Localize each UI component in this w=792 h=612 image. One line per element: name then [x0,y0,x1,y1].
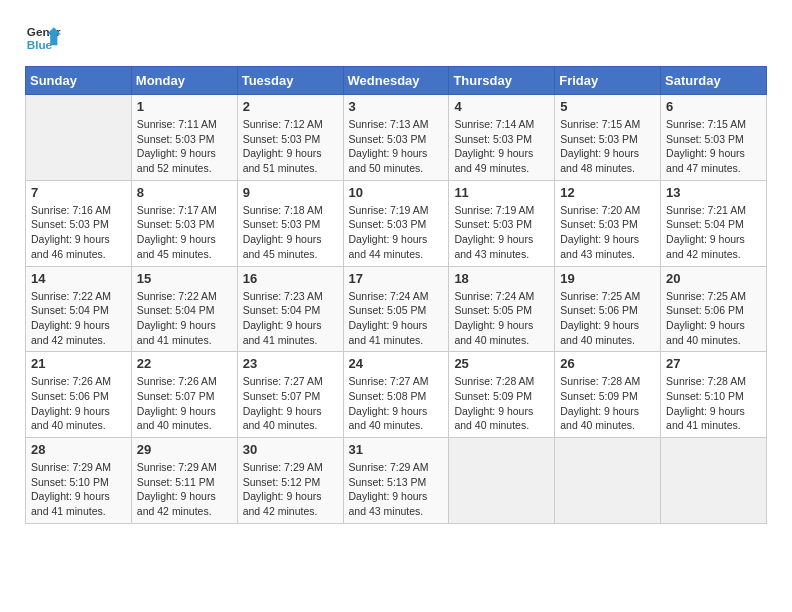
day-number: 19 [560,271,655,286]
header-sunday: Sunday [26,67,132,95]
day-number: 11 [454,185,549,200]
day-number: 30 [243,442,338,457]
calendar-cell: 3Sunrise: 7:13 AM Sunset: 5:03 PM Daylig… [343,95,449,181]
calendar-cell: 2Sunrise: 7:12 AM Sunset: 5:03 PM Daylig… [237,95,343,181]
logo: General Blue [25,20,67,56]
calendar-cell: 9Sunrise: 7:18 AM Sunset: 5:03 PM Daylig… [237,180,343,266]
day-number: 2 [243,99,338,114]
calendar-week-2: 7Sunrise: 7:16 AM Sunset: 5:03 PM Daylig… [26,180,767,266]
day-number: 15 [137,271,232,286]
day-info: Sunrise: 7:28 AM Sunset: 5:09 PM Dayligh… [560,374,655,433]
day-number: 1 [137,99,232,114]
logo-icon: General Blue [25,20,61,56]
day-number: 26 [560,356,655,371]
calendar-cell: 11Sunrise: 7:19 AM Sunset: 5:03 PM Dayli… [449,180,555,266]
calendar-week-4: 21Sunrise: 7:26 AM Sunset: 5:06 PM Dayli… [26,352,767,438]
calendar-cell: 22Sunrise: 7:26 AM Sunset: 5:07 PM Dayli… [131,352,237,438]
calendar-cell: 12Sunrise: 7:20 AM Sunset: 5:03 PM Dayli… [555,180,661,266]
day-number: 29 [137,442,232,457]
calendar-cell: 7Sunrise: 7:16 AM Sunset: 5:03 PM Daylig… [26,180,132,266]
day-number: 9 [243,185,338,200]
calendar-cell [555,438,661,524]
day-info: Sunrise: 7:15 AM Sunset: 5:03 PM Dayligh… [666,117,761,176]
day-info: Sunrise: 7:19 AM Sunset: 5:03 PM Dayligh… [349,203,444,262]
calendar-cell: 27Sunrise: 7:28 AM Sunset: 5:10 PM Dayli… [661,352,767,438]
header-thursday: Thursday [449,67,555,95]
day-info: Sunrise: 7:21 AM Sunset: 5:04 PM Dayligh… [666,203,761,262]
day-info: Sunrise: 7:15 AM Sunset: 5:03 PM Dayligh… [560,117,655,176]
day-info: Sunrise: 7:17 AM Sunset: 5:03 PM Dayligh… [137,203,232,262]
calendar-cell: 18Sunrise: 7:24 AM Sunset: 5:05 PM Dayli… [449,266,555,352]
page-header: General Blue [25,20,767,56]
day-number: 16 [243,271,338,286]
calendar-cell: 5Sunrise: 7:15 AM Sunset: 5:03 PM Daylig… [555,95,661,181]
day-number: 5 [560,99,655,114]
calendar-cell: 21Sunrise: 7:26 AM Sunset: 5:06 PM Dayli… [26,352,132,438]
calendar-header-row: SundayMondayTuesdayWednesdayThursdayFrid… [26,67,767,95]
day-info: Sunrise: 7:16 AM Sunset: 5:03 PM Dayligh… [31,203,126,262]
day-info: Sunrise: 7:27 AM Sunset: 5:07 PM Dayligh… [243,374,338,433]
day-info: Sunrise: 7:22 AM Sunset: 5:04 PM Dayligh… [31,289,126,348]
day-info: Sunrise: 7:23 AM Sunset: 5:04 PM Dayligh… [243,289,338,348]
day-info: Sunrise: 7:24 AM Sunset: 5:05 PM Dayligh… [349,289,444,348]
calendar-cell: 19Sunrise: 7:25 AM Sunset: 5:06 PM Dayli… [555,266,661,352]
day-number: 7 [31,185,126,200]
day-info: Sunrise: 7:19 AM Sunset: 5:03 PM Dayligh… [454,203,549,262]
day-number: 18 [454,271,549,286]
day-info: Sunrise: 7:24 AM Sunset: 5:05 PM Dayligh… [454,289,549,348]
day-info: Sunrise: 7:29 AM Sunset: 5:11 PM Dayligh… [137,460,232,519]
calendar-cell: 29Sunrise: 7:29 AM Sunset: 5:11 PM Dayli… [131,438,237,524]
calendar-cell: 24Sunrise: 7:27 AM Sunset: 5:08 PM Dayli… [343,352,449,438]
header-monday: Monday [131,67,237,95]
day-info: Sunrise: 7:29 AM Sunset: 5:10 PM Dayligh… [31,460,126,519]
day-number: 22 [137,356,232,371]
calendar-cell: 23Sunrise: 7:27 AM Sunset: 5:07 PM Dayli… [237,352,343,438]
day-info: Sunrise: 7:25 AM Sunset: 5:06 PM Dayligh… [560,289,655,348]
day-number: 6 [666,99,761,114]
day-info: Sunrise: 7:14 AM Sunset: 5:03 PM Dayligh… [454,117,549,176]
calendar-cell: 17Sunrise: 7:24 AM Sunset: 5:05 PM Dayli… [343,266,449,352]
calendar-cell: 6Sunrise: 7:15 AM Sunset: 5:03 PM Daylig… [661,95,767,181]
day-number: 20 [666,271,761,286]
calendar-cell [661,438,767,524]
calendar-cell [26,95,132,181]
day-info: Sunrise: 7:26 AM Sunset: 5:06 PM Dayligh… [31,374,126,433]
svg-text:Blue: Blue [27,38,53,51]
header-tuesday: Tuesday [237,67,343,95]
day-info: Sunrise: 7:28 AM Sunset: 5:09 PM Dayligh… [454,374,549,433]
calendar-week-3: 14Sunrise: 7:22 AM Sunset: 5:04 PM Dayli… [26,266,767,352]
calendar-cell: 28Sunrise: 7:29 AM Sunset: 5:10 PM Dayli… [26,438,132,524]
day-number: 8 [137,185,232,200]
calendar-cell: 10Sunrise: 7:19 AM Sunset: 5:03 PM Dayli… [343,180,449,266]
day-number: 28 [31,442,126,457]
day-number: 4 [454,99,549,114]
calendar-cell: 25Sunrise: 7:28 AM Sunset: 5:09 PM Dayli… [449,352,555,438]
day-info: Sunrise: 7:26 AM Sunset: 5:07 PM Dayligh… [137,374,232,433]
day-info: Sunrise: 7:27 AM Sunset: 5:08 PM Dayligh… [349,374,444,433]
calendar-week-5: 28Sunrise: 7:29 AM Sunset: 5:10 PM Dayli… [26,438,767,524]
day-number: 3 [349,99,444,114]
day-number: 12 [560,185,655,200]
calendar-cell: 13Sunrise: 7:21 AM Sunset: 5:04 PM Dayli… [661,180,767,266]
day-info: Sunrise: 7:11 AM Sunset: 5:03 PM Dayligh… [137,117,232,176]
calendar-cell: 15Sunrise: 7:22 AM Sunset: 5:04 PM Dayli… [131,266,237,352]
calendar-cell: 26Sunrise: 7:28 AM Sunset: 5:09 PM Dayli… [555,352,661,438]
header-wednesday: Wednesday [343,67,449,95]
calendar-table: SundayMondayTuesdayWednesdayThursdayFrid… [25,66,767,524]
day-info: Sunrise: 7:18 AM Sunset: 5:03 PM Dayligh… [243,203,338,262]
day-number: 17 [349,271,444,286]
day-info: Sunrise: 7:22 AM Sunset: 5:04 PM Dayligh… [137,289,232,348]
calendar-cell: 20Sunrise: 7:25 AM Sunset: 5:06 PM Dayli… [661,266,767,352]
day-info: Sunrise: 7:25 AM Sunset: 5:06 PM Dayligh… [666,289,761,348]
calendar-cell: 31Sunrise: 7:29 AM Sunset: 5:13 PM Dayli… [343,438,449,524]
day-info: Sunrise: 7:20 AM Sunset: 5:03 PM Dayligh… [560,203,655,262]
day-number: 25 [454,356,549,371]
day-number: 23 [243,356,338,371]
day-info: Sunrise: 7:13 AM Sunset: 5:03 PM Dayligh… [349,117,444,176]
day-info: Sunrise: 7:29 AM Sunset: 5:12 PM Dayligh… [243,460,338,519]
day-number: 24 [349,356,444,371]
header-saturday: Saturday [661,67,767,95]
day-number: 10 [349,185,444,200]
calendar-cell: 1Sunrise: 7:11 AM Sunset: 5:03 PM Daylig… [131,95,237,181]
calendar-cell: 16Sunrise: 7:23 AM Sunset: 5:04 PM Dayli… [237,266,343,352]
